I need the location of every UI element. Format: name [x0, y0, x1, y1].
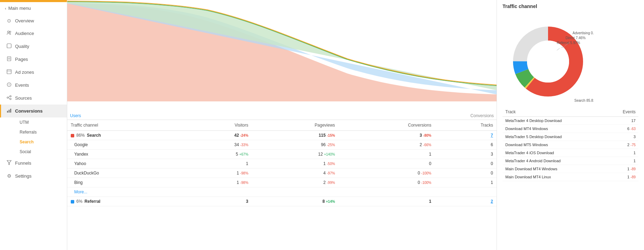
conversions-cell: 1 [339, 197, 435, 206]
conversions-cell: 1 [339, 150, 435, 159]
pageviews-delta: -97% [327, 171, 335, 175]
donut-svg: Advertising 0.75% Direct 7.46% Referral … [503, 13, 594, 103]
sidebar-item-label: Events [15, 83, 29, 88]
sidebar-main-menu[interactable]: ‹ Main menu [0, 2, 67, 14]
pageviews-cell: 4 -97% [252, 169, 339, 178]
visitors-cell: 42 -24% [185, 131, 252, 140]
right-table-row: Main Download MT4 Linux1 -89 [503, 173, 638, 181]
track-name: MetaTrader 5 Desktop Download [503, 133, 607, 141]
chart-right-label: Conversions [470, 113, 494, 118]
tracks-cell: 2 [435, 197, 497, 206]
sidebar-item-settings[interactable]: ⚙ Settings [0, 170, 67, 182]
right-table-row: MetaTrader 4 iOS Download1 [503, 149, 638, 157]
channel-color-dot [71, 134, 74, 137]
sidebar-item-sources[interactable]: Sources [0, 92, 67, 105]
track-name: Main Download MT4 Linux [503, 173, 607, 181]
visitors-cell: 34 -33% [185, 140, 252, 150]
sidebar-sub-referrals[interactable]: Referrals [15, 127, 67, 137]
events-delta: -63 [631, 127, 636, 131]
channel-cell: Google [67, 140, 185, 150]
visitors-cell: 3 [185, 197, 252, 206]
channel-cell: 86%Search [67, 131, 185, 140]
right-table-row: Download MT5 Windows2 -75 [503, 141, 638, 149]
svg-rect-3 [7, 57, 11, 61]
sidebar-sub-search[interactable]: Search [15, 137, 67, 147]
sub-item-label: Search [20, 140, 34, 144]
pageviews-cell: 1 -50% [252, 159, 339, 169]
svg-point-25 [527, 41, 569, 83]
tracks-link[interactable]: 7 [491, 133, 493, 138]
more-link[interactable]: More... [74, 190, 87, 194]
visitors-delta: -24% [240, 134, 248, 137]
table-row: Google34 -33%96 -25%2 -66%6 [67, 140, 497, 150]
col-header-conversions: Conversions [339, 120, 435, 131]
traffic-table: Traffic channel Visitors Pageviews Conve… [67, 120, 497, 206]
col-header-visitors: Visitors [185, 120, 252, 131]
channel-cell: Bing [67, 178, 185, 187]
track-name: Download MT4 Windows [503, 125, 607, 133]
sidebar-item-events[interactable]: Events [0, 79, 67, 92]
channel-name: Search [87, 133, 101, 138]
sidebar-item-label: Funnels [15, 160, 31, 166]
tracks-cell: 0 [435, 159, 497, 169]
svg-rect-6 [7, 70, 11, 74]
events-cell: 1 -89 [607, 173, 638, 181]
visitors-cell: 1 -98% [185, 169, 252, 178]
left-panel: Users Conversions Traffic channel Visito… [67, 0, 497, 250]
sidebar-item-label: Quality [15, 44, 29, 49]
svg-text:Advertising 0.75%: Advertising 0.75% [573, 31, 594, 35]
tracks-cell: 6 [435, 140, 497, 150]
main-menu-label: Main menu [8, 6, 31, 11]
sidebar-item-label: Overview [15, 18, 34, 23]
channel-cell: Yandex [67, 150, 185, 159]
right-table-row: Download MT4 Windows6 -63 [503, 125, 638, 133]
events-cell: 1 [607, 157, 638, 165]
sidebar-item-quality[interactable]: Quality [0, 40, 67, 53]
sidebar-item-label: Ad zones [15, 70, 34, 75]
table-row: 86%Search42 -24%115 -15%3 -80%7 [67, 131, 497, 140]
sidebar-item-ad-zones[interactable]: Ad zones [0, 66, 67, 79]
quality-icon [6, 43, 12, 49]
sidebar-item-funnels[interactable]: Funnels [0, 157, 67, 170]
right-col-track: Track [503, 107, 607, 117]
pages-icon [6, 56, 12, 62]
chevron-left-icon: ‹ [5, 6, 6, 10]
visitors-delta: +67% [239, 152, 248, 156]
tracks-cell: 3 [435, 150, 497, 159]
table-row: 6%Referral38 +14%12 [67, 197, 497, 206]
events-delta: -75 [631, 143, 636, 147]
right-table-row: MetaTrader 4 Android Download1 [503, 157, 638, 165]
tracks-link[interactable]: 2 [491, 199, 493, 204]
svg-rect-17 [9, 110, 10, 113]
table-row: More... [67, 187, 497, 197]
pageviews-delta: -99% [327, 181, 335, 185]
content-area: Users Conversions Traffic channel Visito… [67, 0, 644, 250]
sidebar-sub-utm[interactable]: UTM [15, 117, 67, 127]
table-row: Yandex5 +67%12 +140%13 [67, 150, 497, 159]
table-row: DuckDuckGo1 -98%4 -97%0 -100%0 [67, 169, 497, 178]
pageviews-cell: 115 -15% [252, 131, 339, 140]
track-name: MetaTrader 4 Android Download [503, 157, 607, 165]
col-header-pageviews: Pageviews [252, 120, 339, 131]
conversions-cell: 3 -80% [339, 131, 435, 140]
events-delta: -89 [631, 167, 636, 171]
events-cell: 1 [607, 149, 638, 157]
svg-point-11 [7, 97, 8, 98]
sidebar-item-conversions[interactable]: Conversions [0, 105, 67, 117]
sidebar-item-audience[interactable]: Audience [0, 27, 67, 40]
sidebar-sub-social[interactable]: Social [15, 147, 67, 157]
svg-rect-2 [7, 44, 11, 48]
tracks-cell: 0 [435, 169, 497, 178]
channel-cell: 6%Referral [67, 197, 185, 206]
right-panel: Traffic channel [497, 0, 644, 250]
sub-item-label: UTM [20, 120, 29, 125]
svg-line-15 [8, 98, 10, 99]
chart-axis-labels: Users Conversions [67, 112, 497, 120]
overview-icon: ⊙ [6, 18, 12, 23]
conversions-delta: -66% [423, 143, 431, 147]
sidebar-item-overview[interactable]: ⊙ Overview [0, 14, 67, 27]
right-col-events: Events [607, 107, 638, 117]
sources-icon [6, 95, 12, 101]
sidebar-item-pages[interactable]: Pages [0, 53, 67, 66]
conversions-icon [6, 108, 12, 114]
